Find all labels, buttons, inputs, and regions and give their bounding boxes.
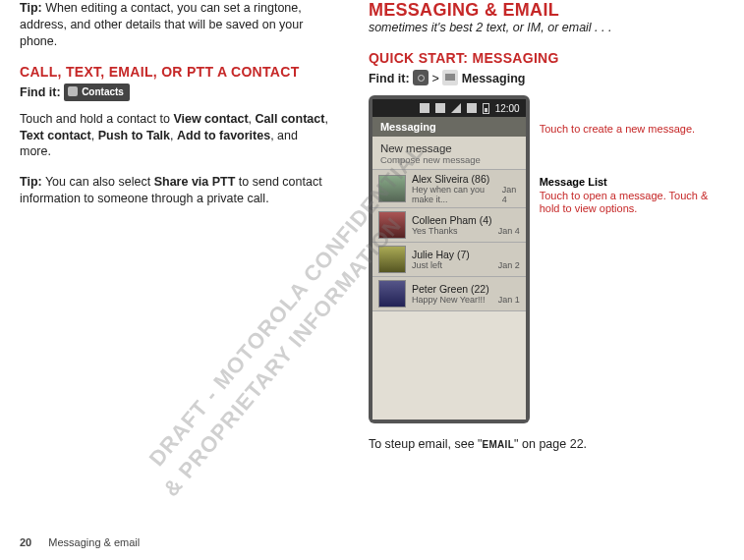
app-titlebar: Messaging [372,117,526,137]
status-bar: 12:00 [372,99,526,117]
signal-icon [451,103,461,113]
message-row[interactable]: Peter Green (22) Happy New Year!!!Jan 1 [372,277,526,311]
msg-preview: Just left [412,260,442,270]
heading-call-text-email: CALL, TEXT, EMAIL, OR PTT A CONTACT [20,64,329,80]
page-number: 20 [20,536,31,548]
subtitle-italic: sometimes it's best 2 text, or IM, or em… [369,21,724,34]
msg-preview: Hey when can you make it... [412,185,502,204]
msg-name: Colleen Pham (4) [412,214,520,226]
tip-label-2: Tip: [20,175,42,189]
tip-paragraph-2: Tip: You can also select Share via PTT t… [20,174,329,207]
annotation-new-message: Touch to create a new message. [540,123,724,137]
contacts-chip-label: Contacts [82,86,124,97]
annotation-message-list: Message List Touch to open a message. To… [540,176,724,216]
tip-paragraph-1: Tip: When editing a contact, you can set… [20,0,329,50]
heading-quick-start: QUICK START: MESSAGING [369,50,724,66]
avatar [378,280,406,308]
find-it-messaging: Find it: > Messaging [369,70,724,85]
wifi-icon [420,103,429,113]
avatar [378,211,406,239]
msg-preview: Happy New Year!!! [412,295,486,305]
empty-list-area [372,311,526,420]
message-row[interactable]: Julie Hay (7) Just leftJan 2 [372,243,526,277]
closing-paragraph: To steup email, see "EMAIL" on page 22. [369,437,724,451]
msg-name: Julie Hay (7) [412,249,520,260]
msg-preview: Yes Thanks [412,226,458,236]
tip-text-1: When editing a contact, you can set a ri… [20,1,303,48]
contacts-chip: Contacts [64,84,130,101]
find-it-label-2: Find it: [369,72,410,85]
tip-label: Tip: [20,1,42,15]
page-footer: 20 Messaging & email [20,536,140,548]
status-time: 12:00 [495,103,520,114]
avatar [378,175,406,202]
message-row[interactable]: Alex Sliveira (86) Hey when can you make… [372,170,526,208]
msg-name: Alex Sliveira (86) [412,173,520,185]
footer-section: Messaging & email [48,536,140,548]
avatar [378,246,406,273]
msg-date: Jan 2 [498,260,520,270]
new-message-row[interactable]: New message Compose new message [372,137,526,170]
contact-icon [68,86,78,96]
battery-icon [483,103,489,114]
msg-name: Peter Green (22) [412,283,520,295]
touch-hold-paragraph: Touch and hold a contact to View contact… [20,111,329,161]
messaging-label: Messaging [462,72,526,85]
find-it-contacts: Find it: Contacts [20,84,329,101]
heading-messaging-email: MESSAGING & EMAIL [369,0,724,21]
launcher-icon [413,70,429,85]
messaging-icon [442,70,458,85]
msg-date: Jan 4 [502,185,520,204]
phone-mockup: 12:00 Messaging New message Compose new … [369,95,530,423]
msg-date: Jan 4 [498,226,520,236]
msg-date: Jan 1 [498,295,520,305]
find-it-label: Find it: [20,85,61,99]
gt-sep: > [432,72,439,85]
vibrate-icon [435,103,445,113]
new-message-subtitle: Compose new message [380,154,518,165]
network-icon [467,103,477,113]
message-row[interactable]: Colleen Pham (4) Yes ThanksJan 4 [372,208,526,243]
new-message-title: New message [380,142,518,154]
